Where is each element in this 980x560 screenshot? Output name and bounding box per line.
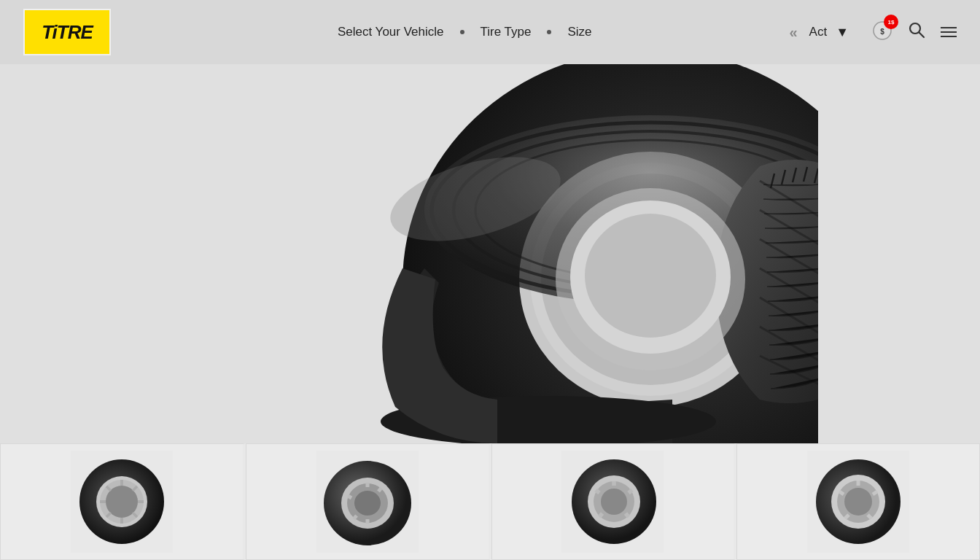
svg-line-57 — [839, 491, 844, 494]
logo[interactable]: TiTRE — [23, 9, 111, 55]
thumb-tire-4 — [807, 451, 909, 553]
hero-tire-svg — [162, 64, 818, 443]
svg-text:$: $ — [880, 28, 884, 36]
svg-point-35 — [354, 491, 381, 516]
cart-badge: 1$ — [884, 15, 898, 29]
nav-act[interactable]: Act — [809, 25, 828, 39]
nav-actions: « Act ▼ — [789, 24, 849, 41]
nav-select-vehicle[interactable]: Select Your Vehicle — [335, 25, 447, 39]
svg-line-60 — [873, 491, 877, 494]
logo-text: TiTRE — [42, 21, 93, 44]
svg-line-48 — [599, 513, 602, 517]
svg-line-40 — [378, 488, 381, 491]
svg-line-38 — [348, 496, 351, 498]
svg-line-50 — [629, 490, 632, 493]
nav-tire-type[interactable]: Tire Type — [478, 25, 534, 39]
header: TiTRE Select Your Vehicle Tire Type Size… — [0, 0, 980, 64]
svg-point-55 — [844, 488, 872, 516]
nav-sep-1 — [460, 30, 464, 34]
search-icon[interactable] — [907, 20, 926, 44]
svg-line-58 — [845, 515, 849, 518]
thumbnail-3[interactable] — [491, 443, 737, 560]
thumb-tire-1 — [71, 451, 173, 553]
back-arrows-icon[interactable]: « — [789, 24, 794, 41]
nav: Select Your Vehicle Tire Type Size — [140, 25, 789, 39]
thumbnail-4[interactable] — [736, 443, 980, 560]
thumbnail-1[interactable] — [0, 443, 246, 560]
svg-point-45 — [601, 489, 627, 515]
svg-line-47 — [596, 490, 599, 493]
hero-section — [0, 64, 980, 443]
thumbnail-2[interactable] — [246, 443, 491, 560]
menu-icon[interactable] — [941, 27, 957, 37]
nav-size[interactable]: Size — [564, 25, 594, 39]
svg-line-3 — [919, 33, 925, 38]
svg-point-17 — [585, 214, 716, 338]
thumbnails-section — [0, 443, 980, 560]
thumb-tire-2 — [316, 451, 419, 553]
header-right: $ 1$ — [872, 20, 957, 44]
cart-button[interactable]: $ 1$ — [872, 20, 892, 44]
thumb-tire-3 — [561, 451, 664, 553]
nav-sep-2 — [547, 30, 551, 34]
svg-line-49 — [626, 513, 629, 517]
filter-icon[interactable]: ▼ — [836, 25, 849, 40]
svg-line-59 — [868, 515, 871, 518]
svg-line-39 — [354, 516, 357, 519]
